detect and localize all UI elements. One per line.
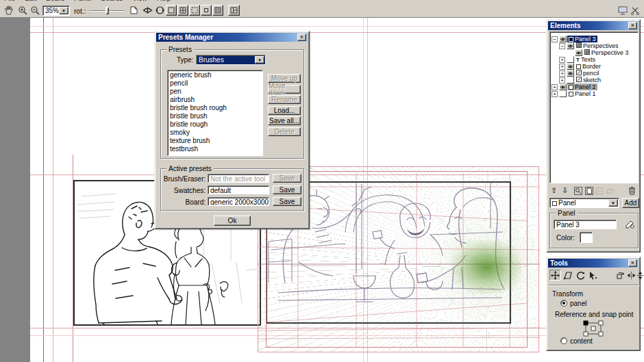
content-radio[interactable] <box>560 337 567 344</box>
rotate-tool-icon[interactable] <box>576 271 585 280</box>
tree-item-perspective-3[interactable]: Perspective 3 <box>550 49 638 56</box>
color-swatch[interactable] <box>580 232 593 243</box>
close-icon[interactable]: × <box>297 34 306 41</box>
move-down-icon[interactable]: ⇩ <box>562 186 568 195</box>
list-item[interactable]: testbrush <box>170 145 260 153</box>
board-canvas[interactable]: Presets Manager × Presets Type: Brushes … <box>0 18 644 362</box>
presets-list[interactable]: generic brush pencil pen airbrush bristl… <box>167 70 263 156</box>
menu-panel[interactable]: Panel <box>74 0 92 2</box>
elements-tree[interactable]: − Panel 3 − Perspectives Perspective 3 +… <box>549 31 639 183</box>
collapse-icon[interactable]: − <box>552 36 558 42</box>
ok-button[interactable]: Ok <box>214 216 251 226</box>
layout-cross-button[interactable] <box>177 5 188 16</box>
close-icon[interactable]: × <box>628 22 637 29</box>
delete-icon[interactable] <box>628 186 636 195</box>
rotation-slider-handle[interactable] <box>106 7 109 14</box>
elements-titlebar[interactable]: Elements <box>548 21 639 30</box>
layout-single-button[interactable] <box>166 5 177 16</box>
snap-point-selector[interactable] <box>583 320 604 337</box>
rotate-90-icon[interactable] <box>616 271 625 280</box>
panel-radio[interactable] <box>560 300 567 307</box>
eye-icon[interactable] <box>567 63 574 70</box>
list-item[interactable]: pencil <box>170 79 260 88</box>
tools-panel[interactable]: Tools × Transform panel Reference and sn… <box>546 257 641 351</box>
panel-radio-label[interactable]: panel <box>570 300 586 307</box>
list-item[interactable]: airbrush <box>170 96 260 104</box>
zoom-out-icon[interactable] <box>29 5 41 16</box>
list-item[interactable]: pen <box>170 88 260 96</box>
page-flip-icon[interactable] <box>127 5 140 16</box>
menu-view[interactable]: View <box>132 0 147 2</box>
move-up-icon[interactable]: ⇧ <box>551 186 557 195</box>
guide-line[interactable] <box>43 18 44 362</box>
tree-item-pencil[interactable]: + pencil <box>550 70 638 77</box>
tools-titlebar[interactable]: Tools <box>548 259 639 268</box>
tree-item-sketch[interactable]: + sketch <box>550 77 638 83</box>
type-dropdown-icon[interactable]: ▼ <box>255 56 264 64</box>
expand-icon[interactable]: + <box>559 64 565 70</box>
element-type-dropdown-icon[interactable]: ▼ <box>608 199 618 207</box>
expand-icon[interactable]: + <box>552 84 558 90</box>
move-tool-icon[interactable] <box>549 270 561 281</box>
eye-icon[interactable] <box>559 83 567 90</box>
edit-icon[interactable] <box>574 187 582 195</box>
save-board-button[interactable]: Save <box>273 197 301 206</box>
element-type-combo[interactable]: Panel ▼ <box>549 198 619 208</box>
hand-tool-icon[interactable] <box>3 5 15 16</box>
expand-icon[interactable]: + <box>559 70 565 77</box>
menu-file[interactable]: File <box>4 0 15 2</box>
guide-line[interactable] <box>53 18 53 362</box>
rename-icon[interactable] <box>625 220 634 229</box>
swatches-field[interactable]: default <box>208 185 269 194</box>
panel-name-field[interactable]: Panel 3 <box>554 220 617 229</box>
layout-small-button[interactable] <box>201 5 212 16</box>
scissors-icon[interactable] <box>629 5 641 16</box>
save-all-button[interactable]: Save all... <box>268 116 301 125</box>
list-item[interactable]: generic brush <box>170 71 260 79</box>
list-item[interactable]: bristle rough <box>170 120 260 129</box>
eye-icon[interactable] <box>559 36 567 42</box>
expand-icon[interactable]: + <box>559 77 565 83</box>
menu-boards[interactable]: Boards <box>101 0 123 2</box>
zoom-dropdown-icon[interactable]: ▼ <box>59 7 69 14</box>
duplicate-icon[interactable] <box>585 187 593 195</box>
visibility-checkbox[interactable] <box>567 77 574 83</box>
perspective-tool-icon[interactable] <box>563 271 573 280</box>
content-radio-label[interactable]: content <box>570 337 593 345</box>
tree-item-panel-3[interactable]: − Panel 3 <box>550 36 638 42</box>
list-item[interactable]: bristle brush rough <box>170 104 260 112</box>
load-button[interactable]: Load... <box>268 106 301 115</box>
tree-item-perspectives[interactable]: − Perspectives <box>550 42 638 49</box>
layout-grid-button[interactable] <box>212 5 223 16</box>
save-swatches-button[interactable]: Save <box>273 185 301 194</box>
collapse-icon[interactable]: − <box>559 43 565 49</box>
visibility-checkbox[interactable] <box>559 90 567 97</box>
zoom-in-icon[interactable] <box>16 5 29 16</box>
expand-icon[interactable]: + <box>552 91 558 97</box>
eye-icon[interactable] <box>575 49 582 56</box>
expand-icon[interactable]: + <box>559 57 565 63</box>
snap-tool-icon[interactable] <box>589 271 597 280</box>
menu-help[interactable]: Help <box>157 0 171 2</box>
eye-icon[interactable] <box>567 70 574 77</box>
close-icon[interactable]: × <box>628 259 637 267</box>
flip-rotate-icon[interactable] <box>153 5 166 16</box>
type-combo[interactable]: Brushes ▼ <box>196 55 266 65</box>
dialog-titlebar[interactable]: Presets Manager <box>156 33 308 42</box>
list-item[interactable]: texture brush <box>170 137 260 145</box>
menu-board[interactable]: Board <box>46 0 64 2</box>
flip-vertical-icon[interactable] <box>636 271 644 280</box>
lens-icon[interactable] <box>141 5 153 16</box>
menu-edit[interactable]: Edit <box>25 0 36 2</box>
presets-manager-dialog[interactable]: Presets Manager × Presets Type: Brushes … <box>154 31 310 229</box>
visibility-checkbox[interactable] <box>567 56 574 63</box>
add-button[interactable]: Add <box>622 198 639 208</box>
list-item[interactable]: bristle brush <box>170 112 260 120</box>
eye-icon[interactable] <box>567 42 574 49</box>
layout-dashed-button[interactable] <box>189 5 200 16</box>
list-item[interactable]: smoky <box>170 129 260 137</box>
elements-panel[interactable]: Elements × − Panel 3 − Perspectives Pers… <box>546 19 641 253</box>
tree-item-border[interactable]: + Border <box>550 63 638 70</box>
flip-horizontal-icon[interactable] <box>627 271 636 280</box>
screen-icon[interactable] <box>617 5 629 16</box>
